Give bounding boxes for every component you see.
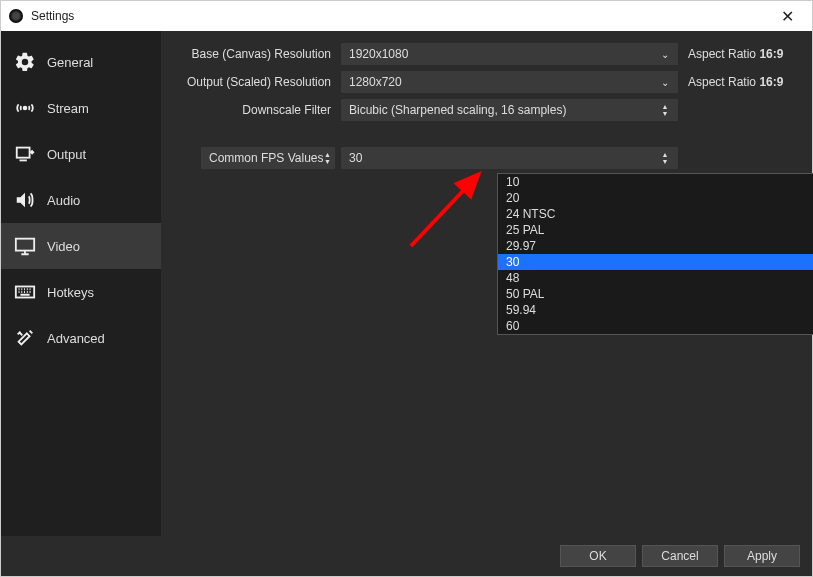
base-aspect: Aspect Ratio 16:9 bbox=[678, 47, 802, 61]
svg-point-0 bbox=[24, 107, 27, 110]
output-resolution-combo[interactable]: 1280x720 ⌄ bbox=[341, 71, 678, 93]
downscale-filter-combo[interactable]: Bicubic (Sharpened scaling, 16 samples) … bbox=[341, 99, 678, 121]
svg-line-4 bbox=[411, 174, 479, 246]
sidebar-item-general[interactable]: General bbox=[1, 39, 161, 85]
sidebar-item-video[interactable]: Video bbox=[1, 223, 161, 269]
fps-option[interactable]: 60 bbox=[498, 318, 813, 334]
chevron-down-icon: ⌄ bbox=[656, 71, 674, 93]
fps-value: 30 bbox=[349, 151, 362, 165]
sidebar: General Stream Output Audio Video Hotkey… bbox=[1, 31, 161, 536]
stepper-icon: ▲▼ bbox=[656, 99, 674, 121]
fps-option[interactable]: 25 PAL bbox=[498, 222, 813, 238]
sidebar-item-label: Output bbox=[47, 147, 86, 162]
svg-rect-2 bbox=[16, 239, 34, 251]
sidebar-item-output[interactable]: Output bbox=[1, 131, 161, 177]
base-resolution-value: 1920x1080 bbox=[349, 47, 408, 61]
stepper-icon: ▲▼ bbox=[324, 151, 331, 165]
fps-option[interactable]: 20 bbox=[498, 190, 813, 206]
svg-rect-1 bbox=[17, 148, 30, 158]
fps-option[interactable]: 48 bbox=[498, 270, 813, 286]
sidebar-item-hotkeys[interactable]: Hotkeys bbox=[1, 269, 161, 315]
fps-dropdown[interactable]: 102024 NTSC25 PAL29.97304850 PAL59.9460 bbox=[497, 173, 813, 335]
content-panel: Base (Canvas) Resolution 1920x1080 ⌄ Asp… bbox=[161, 31, 812, 536]
sidebar-item-label: Hotkeys bbox=[47, 285, 94, 300]
stepper-icon: ▲▼ bbox=[656, 147, 674, 169]
sidebar-item-label: Video bbox=[47, 239, 80, 254]
fps-type-combo[interactable]: Common FPS Values ▲▼ bbox=[201, 147, 335, 169]
fps-option[interactable]: 24 NTSC bbox=[498, 206, 813, 222]
close-icon[interactable]: ✕ bbox=[771, 3, 804, 30]
fps-option[interactable]: 10 bbox=[498, 174, 813, 190]
sidebar-item-label: Advanced bbox=[47, 331, 105, 346]
downscale-filter-label: Downscale Filter bbox=[171, 103, 341, 117]
annotation-arrow bbox=[401, 166, 501, 256]
sidebar-item-audio[interactable]: Audio bbox=[1, 177, 161, 223]
monitor-icon bbox=[13, 234, 37, 258]
speaker-icon bbox=[13, 188, 37, 212]
chevron-down-icon: ⌄ bbox=[656, 43, 674, 65]
base-resolution-combo[interactable]: 1920x1080 ⌄ bbox=[341, 43, 678, 65]
fps-option[interactable]: 29.97 bbox=[498, 238, 813, 254]
obs-icon bbox=[9, 9, 23, 23]
titlebar: Settings ✕ bbox=[1, 1, 812, 31]
settings-window: Settings ✕ General Stream Output Audio bbox=[0, 0, 813, 577]
fps-option[interactable]: 50 PAL bbox=[498, 286, 813, 302]
signal-icon bbox=[13, 96, 37, 120]
sidebar-item-label: Stream bbox=[47, 101, 89, 116]
output-icon bbox=[13, 142, 37, 166]
sidebar-item-label: Audio bbox=[47, 193, 80, 208]
output-resolution-value: 1280x720 bbox=[349, 75, 402, 89]
sidebar-item-advanced[interactable]: Advanced bbox=[1, 315, 161, 361]
cancel-button[interactable]: Cancel bbox=[642, 545, 718, 567]
fps-value-combo[interactable]: 30 ▲▼ bbox=[341, 147, 678, 169]
fps-option[interactable]: 59.94 bbox=[498, 302, 813, 318]
tools-icon bbox=[13, 326, 37, 350]
downscale-filter-value: Bicubic (Sharpened scaling, 16 samples) bbox=[349, 103, 566, 117]
sidebar-item-stream[interactable]: Stream bbox=[1, 85, 161, 131]
output-resolution-label: Output (Scaled) Resolution bbox=[171, 75, 341, 89]
gear-icon bbox=[13, 50, 37, 74]
ok-button[interactable]: OK bbox=[560, 545, 636, 567]
apply-button[interactable]: Apply bbox=[724, 545, 800, 567]
keyboard-icon bbox=[13, 280, 37, 304]
fps-type-value: Common FPS Values bbox=[209, 151, 324, 165]
footer: OK Cancel Apply bbox=[1, 536, 812, 576]
fps-option[interactable]: 30 bbox=[498, 254, 813, 270]
base-resolution-label: Base (Canvas) Resolution bbox=[171, 47, 341, 61]
output-aspect: Aspect Ratio 16:9 bbox=[678, 75, 802, 89]
sidebar-item-label: General bbox=[47, 55, 93, 70]
window-title: Settings bbox=[31, 9, 74, 23]
